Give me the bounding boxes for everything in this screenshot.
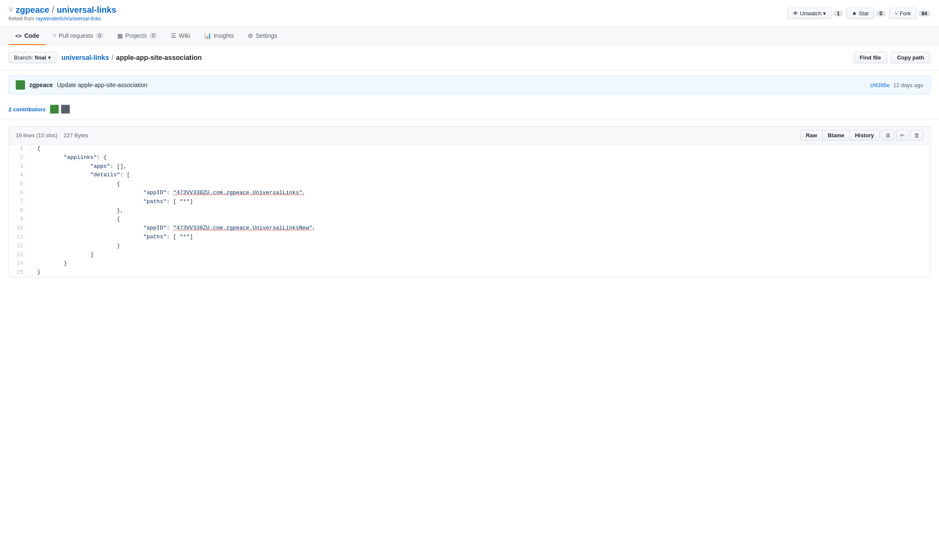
table-row: 11 "paths": [ "*"] bbox=[9, 233, 930, 242]
tab-insights[interactable]: 📊 Insights bbox=[197, 27, 241, 45]
table-row: 12 } bbox=[9, 242, 930, 251]
table-row: 10 "appID": "473VV338ZU.com.zgpeace.Univ… bbox=[9, 224, 930, 233]
pr-icon: ⑂ bbox=[53, 32, 56, 39]
line-number[interactable]: 10 bbox=[9, 224, 30, 233]
table-row: 1{ bbox=[9, 144, 930, 153]
line-code: "paths": [ "*"] bbox=[30, 233, 930, 242]
copy-path-button[interactable]: Copy path bbox=[891, 52, 931, 63]
trash-icon: 🗑 bbox=[914, 132, 919, 139]
fork-icon-btn: ⑂ bbox=[895, 10, 898, 17]
code-content: 1{2 "applinks": {3 "apps": [],4 "details… bbox=[9, 144, 930, 277]
file-lines: 16 lines (15 sloc) bbox=[16, 132, 57, 139]
insights-icon: 📊 bbox=[204, 32, 211, 39]
line-code: "apps": [], bbox=[30, 162, 930, 171]
table-row: 4 "details": [ bbox=[9, 171, 930, 180]
line-number[interactable]: 13 bbox=[9, 251, 30, 260]
breadcrumb: universal-links / apple-app-site-associa… bbox=[62, 54, 202, 62]
star-button[interactable]: ★ Star bbox=[846, 8, 874, 19]
watch-count: 1 bbox=[833, 11, 843, 17]
code-icon: <> bbox=[15, 33, 22, 39]
settings-icon: ⚙ bbox=[248, 32, 253, 39]
wiki-icon: ☰ bbox=[171, 32, 176, 39]
header-actions: 👁 Unwatch ▾ 1 ★ Star 0 ⑂ Fork 84 bbox=[787, 8, 931, 19]
contributor-avatars bbox=[50, 105, 70, 114]
code-table: 1{2 "applinks": {3 "apps": [],4 "details… bbox=[9, 144, 930, 277]
line-number[interactable]: 7 bbox=[9, 198, 30, 206]
repo-title: ⑂ zgpeace / universal-links bbox=[8, 5, 116, 15]
line-number[interactable]: 9 bbox=[9, 215, 30, 224]
file-size: 227 Bytes bbox=[64, 132, 88, 139]
line-code: "applinks": { bbox=[30, 153, 930, 162]
breadcrumb-repo-link[interactable]: universal-links bbox=[62, 54, 109, 62]
breadcrumb-separator: / bbox=[112, 54, 113, 62]
fork-icon: ⑂ bbox=[8, 6, 13, 14]
line-number[interactable]: 14 bbox=[9, 259, 30, 268]
fork-button[interactable]: ⑂ Fork bbox=[889, 8, 916, 19]
delete-button[interactable]: 🗑 bbox=[910, 130, 923, 141]
commit-sha-link[interactable]: cf4395e bbox=[870, 82, 890, 88]
breadcrumb-actions: Find file Copy path bbox=[854, 52, 931, 63]
file-header: 16 lines (15 sloc) 227 Bytes Raw Blame H… bbox=[9, 127, 930, 144]
fork-source-link[interactable]: raywenderlich/universal-links bbox=[36, 16, 101, 22]
repo-link[interactable]: universal-links bbox=[57, 5, 116, 15]
commit-bar: zgpeace Update apple-app-site-associatio… bbox=[8, 76, 931, 94]
breadcrumb-bar: Branch: final ▾ universal-links / apple-… bbox=[0, 45, 939, 71]
commit-message: Update apple-app-site-association bbox=[57, 82, 147, 88]
fork-count: 84 bbox=[918, 11, 931, 17]
line-number[interactable]: 3 bbox=[9, 162, 30, 171]
commit-author[interactable]: zgpeace bbox=[29, 82, 53, 88]
line-number[interactable]: 4 bbox=[9, 171, 30, 180]
raw-button[interactable]: Raw bbox=[800, 130, 823, 140]
line-code: { bbox=[30, 144, 930, 153]
line-code: "details": [ bbox=[30, 171, 930, 180]
tab-wiki[interactable]: ☰ Wiki bbox=[164, 27, 197, 45]
line-number[interactable]: 1 bbox=[9, 144, 30, 153]
contributors-link[interactable]: 2 contributors bbox=[8, 106, 45, 113]
dropdown-chevron: ▾ bbox=[48, 54, 51, 61]
line-code: } bbox=[30, 242, 930, 251]
contributors-bar: 2 contributors bbox=[0, 99, 939, 119]
line-number[interactable]: 12 bbox=[9, 242, 30, 251]
branch-selector[interactable]: Branch: final ▾ bbox=[8, 52, 57, 63]
line-number[interactable]: 5 bbox=[9, 180, 30, 189]
table-row: 9 { bbox=[9, 215, 930, 224]
history-button[interactable]: History bbox=[850, 130, 879, 140]
contributor-avatar-2 bbox=[61, 105, 70, 114]
projects-count: 0 bbox=[149, 33, 157, 39]
line-code: }, bbox=[30, 206, 930, 215]
line-code: { bbox=[30, 215, 930, 224]
blame-button[interactable]: Blame bbox=[823, 130, 850, 140]
line-number[interactable]: 15 bbox=[9, 268, 30, 277]
find-file-button[interactable]: Find file bbox=[854, 52, 888, 63]
file-view-buttons: Raw Blame History bbox=[800, 130, 880, 141]
line-number[interactable]: 6 bbox=[9, 189, 30, 198]
line-code: "appID": "473VV338ZU.com.zgpeace.Univers… bbox=[30, 224, 930, 233]
fork-from: forked from raywenderlich/universal-link… bbox=[8, 16, 116, 22]
watch-button[interactable]: 👁 Unwatch ▾ bbox=[787, 8, 832, 19]
page-header: ⑂ zgpeace / universal-links forked from … bbox=[0, 0, 939, 27]
desktop-icon-button[interactable]: 🖥 bbox=[881, 130, 894, 141]
table-row: 3 "apps": [], bbox=[9, 162, 930, 171]
table-row: 7 "paths": [ "*"] bbox=[9, 198, 930, 206]
pr-count: 0 bbox=[96, 33, 104, 39]
tab-pull-requests[interactable]: ⑂ Pull requests 0 bbox=[46, 27, 110, 45]
tab-code[interactable]: <> Code bbox=[8, 27, 46, 45]
line-code: ] bbox=[30, 251, 930, 260]
tab-projects[interactable]: ▦ Projects 0 bbox=[110, 27, 164, 45]
edit-button[interactable]: ✏ bbox=[896, 130, 908, 141]
repo-info: ⑂ zgpeace / universal-links forked from … bbox=[8, 5, 116, 22]
line-code: } bbox=[30, 259, 930, 268]
line-code: "paths": [ "*"] bbox=[30, 198, 930, 206]
line-code: "appID": "473VV338ZU.com.zgpeace.Univers… bbox=[30, 189, 930, 198]
tab-settings[interactable]: ⚙ Settings bbox=[241, 27, 284, 45]
line-number[interactable]: 2 bbox=[9, 153, 30, 162]
line-code: { bbox=[30, 180, 930, 189]
line-number[interactable]: 8 bbox=[9, 206, 30, 215]
table-row: 6 "appID": "473VV338ZU.com.zgpeace.Unive… bbox=[9, 189, 930, 198]
line-number[interactable]: 11 bbox=[9, 233, 30, 242]
star-icon: ★ bbox=[852, 10, 857, 17]
owner-link[interactable]: zgpeace bbox=[16, 5, 49, 15]
line-code: } bbox=[30, 268, 930, 277]
desktop-icon: 🖥 bbox=[885, 132, 891, 139]
commit-right: cf4395e 12 days ago bbox=[870, 82, 923, 88]
